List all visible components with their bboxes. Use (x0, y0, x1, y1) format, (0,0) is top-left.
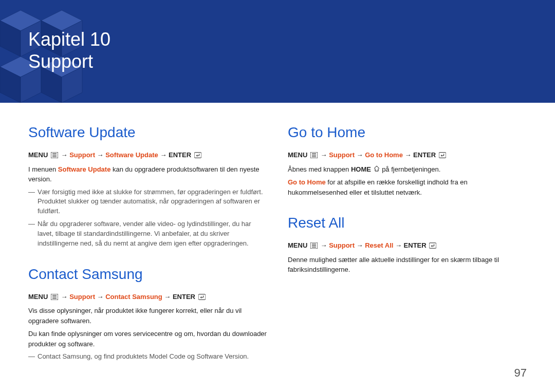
svg-rect-16 (194, 153, 201, 158)
svg-rect-21 (198, 294, 206, 300)
chapter-title: Kapitel 10 Support (28, 28, 110, 72)
page: Kapitel 10 Support Software Update MENU … (0, 0, 555, 392)
svg-rect-26 (439, 153, 446, 158)
enter-icon (194, 151, 201, 161)
menu-path-contact-samsung: MENU → Support → Contact Samsung → ENTER (28, 292, 267, 303)
chapter-header: Kapitel 10 Support (0, 0, 555, 103)
chapter-number: Kapitel 10 (28, 29, 110, 50)
menu-icon (310, 241, 318, 252)
heading-reset-all: Reset All (288, 215, 527, 231)
menu-icon (51, 293, 58, 303)
enter-icon (439, 151, 446, 161)
software-update-note-2: Når du opgraderer software, vender alle … (28, 219, 267, 249)
svg-rect-31 (429, 243, 436, 249)
software-update-intro: I menuen Software Update kan du opgrader… (28, 164, 267, 184)
menu-icon (51, 151, 58, 161)
enter-icon (198, 293, 206, 303)
enter-icon (429, 241, 436, 252)
software-update-note-1: Vær forsigtig med ikke at slukke for str… (28, 188, 267, 217)
page-number: 97 (514, 366, 527, 380)
right-column: Go to Home MENU → Support → Go to Home →… (288, 121, 527, 365)
section-go-to-home: Go to Home MENU → Support → Go to Home →… (288, 124, 527, 197)
menu-path-software-update: MENU → Support → Software Update → ENTER (28, 150, 267, 161)
section-software-update: Software Update MENU → Support → Softwar… (28, 124, 267, 249)
go-to-home-p1: Åbnes med knappen HOME på fjernbetjening… (288, 164, 527, 175)
section-reset-all: Reset All MENU → Support → Reset All → E… (288, 215, 527, 275)
content-area: Software Update MENU → Support → Softwar… (0, 103, 555, 365)
section-contact-samsung: Contact Samsung MENU → Support → Contact… (28, 266, 267, 362)
heading-contact-samsung: Contact Samsung (28, 266, 267, 283)
home-icon (373, 165, 380, 173)
contact-samsung-p2: Du kan finde oplysninger om vores servic… (28, 329, 267, 349)
menu-icon (310, 151, 318, 161)
chapter-name: Support (28, 50, 110, 72)
menu-path-go-to-home: MENU → Support → Go to Home → ENTER (288, 150, 527, 161)
left-column: Software Update MENU → Support → Softwar… (28, 121, 267, 365)
contact-samsung-note: Contact Samsung, og find produktets Mode… (28, 352, 267, 362)
heading-go-to-home: Go to Home (288, 124, 527, 141)
heading-software-update: Software Update (28, 124, 267, 141)
reset-all-p1: Denne mulighed sætter alle aktuelle inds… (288, 255, 527, 275)
contact-samsung-p1: Vis disse oplysninger, når produktet ikk… (28, 306, 267, 326)
menu-path-reset-all: MENU → Support → Reset All → ENTER (288, 240, 527, 252)
go-to-home-p2: Go to Home for at afspille en række fors… (288, 177, 527, 197)
